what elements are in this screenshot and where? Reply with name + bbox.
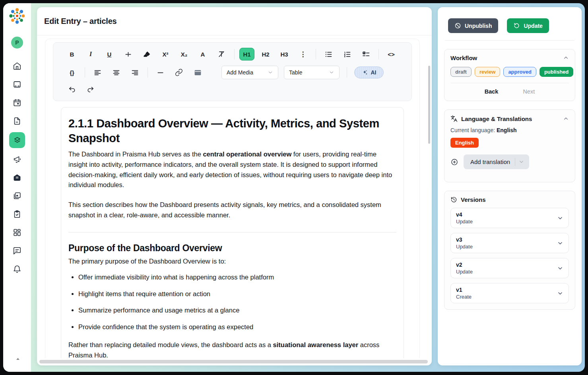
- italic-button[interactable]: I: [83, 48, 98, 61]
- bullet-item: Provide confidence that the system is op…: [78, 322, 396, 332]
- highlight-button[interactable]: [139, 48, 154, 61]
- toolbar-row-2: {}: [64, 63, 400, 82]
- workflow-title: Workflow: [450, 55, 477, 61]
- horizontal-scrollbar-thumb[interactable]: [39, 360, 428, 363]
- editor-document[interactable]: 2.1.1 Dashboard Overview — Activity, Met…: [61, 107, 404, 365]
- sidebar-resize-caret[interactable]: [16, 358, 19, 360]
- stage-published[interactable]: published: [539, 67, 573, 77]
- sidebar-item-announcements[interactable]: [10, 152, 25, 166]
- panel-divider: [445, 40, 574, 41]
- align-right-icon: [131, 68, 139, 77]
- heading1-button[interactable]: H1: [239, 48, 254, 61]
- sidebar-item-content-layers[interactable]: [9, 132, 25, 148]
- images-icon: [13, 191, 21, 200]
- stage-review[interactable]: review: [475, 67, 500, 77]
- home-icon: [13, 62, 21, 70]
- ai-label: AI: [371, 69, 376, 76]
- toolbar-row-1: B I U X² X₂ A: [64, 45, 400, 63]
- clear-formatting-button[interactable]: [214, 48, 229, 61]
- layout-grid-icon: [13, 228, 21, 237]
- bold-button[interactable]: B: [64, 48, 80, 61]
- sidebar-item-inbox[interactable]: [10, 170, 25, 185]
- clipboard-check-icon: [13, 210, 21, 219]
- link-button[interactable]: [171, 66, 186, 79]
- editor-panel: Edit Entry – articles B I U: [37, 7, 432, 365]
- horizontal-rule-button[interactable]: [153, 66, 168, 79]
- image-button[interactable]: [190, 66, 205, 79]
- toolbar-row-3: [64, 82, 400, 98]
- sidebar-item-comments[interactable]: [10, 244, 25, 258]
- redo-button[interactable]: [83, 83, 98, 96]
- editor-header: Edit Entry – articles: [37, 7, 432, 35]
- more-options-button[interactable]: ⋮: [295, 48, 310, 61]
- update-button[interactable]: Update: [507, 18, 549, 33]
- stage-draft[interactable]: draft: [450, 67, 472, 77]
- sidebar-item-notifications[interactable]: [10, 262, 25, 276]
- heading3-button[interactable]: H3: [277, 48, 292, 61]
- workflow-section: Workflow draft review approved published…: [444, 49, 575, 101]
- sidebar-item-documents[interactable]: [10, 114, 25, 128]
- stage-approved[interactable]: approved: [503, 67, 536, 77]
- document-bullet-list: Offer immediate visibility into what is …: [78, 272, 396, 332]
- code-block-button[interactable]: {}: [64, 66, 80, 79]
- sidebar-item-tasks[interactable]: [10, 207, 25, 221]
- chevron-up-icon: [563, 116, 569, 122]
- task-list-button[interactable]: [358, 48, 373, 61]
- version-row-v2[interactable]: v2 Update: [450, 258, 569, 278]
- workflow-next-button[interactable]: Next: [523, 88, 535, 95]
- chevron-down-icon: [557, 290, 563, 297]
- workflow-back-button[interactable]: Back: [485, 88, 499, 95]
- heading2-button[interactable]: H2: [258, 48, 273, 61]
- languages-icon: [450, 115, 458, 122]
- underline-button[interactable]: U: [102, 48, 117, 61]
- version-row-v3[interactable]: v3 Update: [450, 233, 569, 253]
- version-row-v4[interactable]: v4 Update: [450, 208, 569, 228]
- document-paragraph: This section describes how the Dashboard…: [68, 200, 396, 220]
- megaphone-icon: [13, 155, 21, 164]
- workflow-collapse-button[interactable]: [563, 55, 569, 61]
- praisma-logo-icon[interactable]: [8, 6, 27, 27]
- plus-circle-icon[interactable]: [450, 158, 458, 166]
- ai-assistant-button[interactable]: AI: [354, 66, 384, 78]
- table-dropdown[interactable]: Table: [284, 66, 340, 79]
- avatar[interactable]: P: [11, 37, 23, 49]
- task-list-icon: [362, 50, 370, 59]
- superscript-button[interactable]: X²: [158, 48, 173, 61]
- sidebar-item-home[interactable]: [10, 59, 25, 73]
- version-row-v1[interactable]: v1 Create: [450, 283, 569, 303]
- chevron-down-icon[interactable]: [518, 159, 527, 165]
- workflow-stages: draft review approved published: [450, 67, 569, 77]
- sparkles-icon: [362, 69, 368, 76]
- align-left-button[interactable]: [90, 66, 105, 79]
- ordered-list-button[interactable]: [340, 48, 355, 61]
- document-paragraph: The Dashboard in Praisma Hub serves as t…: [68, 149, 396, 190]
- sidebar-item-calendar[interactable]: [10, 96, 25, 110]
- strikethrough-button[interactable]: [120, 48, 136, 61]
- settings-panel: Unpublish Update Workflow draft review: [438, 7, 582, 365]
- align-center-button[interactable]: [109, 66, 124, 79]
- text-color-button[interactable]: A: [195, 48, 210, 61]
- unpublish-button[interactable]: Unpublish: [448, 18, 498, 33]
- english-language-badge[interactable]: English: [450, 138, 479, 148]
- bullet-list-button[interactable]: [321, 48, 336, 61]
- sidebar-item-screens[interactable]: [10, 77, 25, 92]
- add-media-dropdown[interactable]: Add Media: [221, 66, 278, 79]
- editor-surface: B I U X² X₂ A: [45, 39, 420, 365]
- vertical-scrollbar-thumb[interactable]: [428, 66, 430, 144]
- subscript-button[interactable]: X₂: [177, 48, 192, 61]
- link-icon: [175, 68, 183, 76]
- sidebar-item-modules[interactable]: [10, 225, 25, 240]
- bullet-item: Highlight items that require attention o…: [78, 289, 396, 299]
- language-collapse-button[interactable]: [563, 116, 569, 122]
- clear-formatting-icon: [217, 50, 225, 58]
- sidebar-item-media-gallery[interactable]: [10, 189, 25, 203]
- align-right-button[interactable]: [127, 66, 142, 79]
- document-divider: [68, 232, 396, 232]
- add-media-label: Add Media: [227, 69, 253, 76]
- undo-button[interactable]: [64, 83, 80, 96]
- app-window: P: [3, 3, 585, 372]
- layers-icon: [13, 136, 22, 145]
- code-button[interactable]: <>: [384, 48, 399, 61]
- add-translation-button[interactable]: Add translation: [464, 154, 529, 169]
- horizontal-rule-icon: [156, 68, 165, 77]
